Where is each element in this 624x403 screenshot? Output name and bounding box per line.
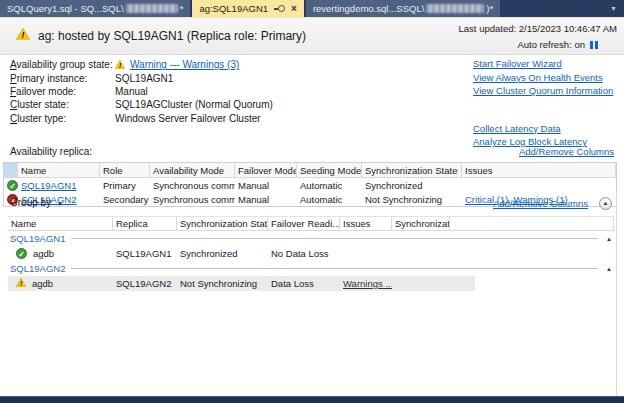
dashboard-panel: ag: hosted by SQL19AGN1 (Replica role: P…	[0, 18, 624, 396]
summary-row-primary: Primary instance: SQL19AGN1	[10, 71, 273, 84]
col-issues[interactable]: Issues	[462, 163, 616, 177]
tab-sqlquery1-label: SQLQuery1.sql - SQ...SQL\	[7, 3, 124, 14]
tab-sqlquery1[interactable]: SQLQuery1.sql - SQ...SQL\*	[0, 0, 190, 17]
ag-warning-icon	[16, 28, 30, 42]
pane-right-edge	[616, 194, 617, 396]
tab-ag-label: ag:SQL19AGN1	[199, 3, 268, 14]
summary-row-cluster-state: Cluster state: SQL19AGCluster (Normal Qu…	[10, 98, 273, 111]
db-sync-state: Synchronized	[177, 248, 268, 259]
status-bar	[0, 396, 624, 403]
col-sync-perf[interactable]: Synchronizatio...	[392, 217, 450, 230]
summary-row-failover: Failover mode: Manual	[10, 85, 273, 98]
group-divider	[71, 238, 598, 239]
db-sync-state: Not Synchronizing	[177, 278, 268, 289]
tab-sqlquery1-suffix: *	[180, 3, 184, 14]
col-seeding-mode[interactable]: Seeding Mode	[297, 163, 362, 177]
collect-latency-link[interactable]: Collect Latency Data	[473, 123, 561, 134]
db-replica: SQL19AGN1	[113, 248, 177, 259]
group-header-sql19agn2[interactable]: SQL19AGN2 ▲	[8, 261, 614, 276]
group-divider	[71, 268, 598, 269]
status-column-header[interactable]	[4, 163, 18, 177]
replica-row-sql19agn1[interactable]: ✓ SQL19AGN1 Primary Synchronous commit M…	[4, 178, 616, 192]
summary-row-cluster-type: Cluster type: Windows Server Failover Cl…	[10, 112, 273, 125]
col-failover-readiness[interactable]: Failover Readi...	[268, 217, 340, 230]
failover-mode-value: Manual	[115, 86, 148, 97]
view-quorum-info-link[interactable]: View Cluster Quorum Information	[473, 85, 613, 96]
replica-sync-state: Synchronized	[362, 180, 462, 191]
ag-state-label: Availability group state:	[10, 59, 115, 70]
auto-refresh-text: Auto refresh: on	[517, 39, 585, 50]
group-name: SQL19AGN1	[10, 233, 65, 244]
redacted-server-name	[126, 4, 178, 13]
replica-availability-mode: Synchronous commit	[150, 180, 235, 191]
add-remove-columns-link-databases[interactable]: Add/Remove Columns	[493, 198, 588, 209]
page-title: ag: hosted by SQL19AGN1 (Replica role: P…	[38, 29, 306, 43]
cluster-state-label: Cluster state:	[10, 99, 115, 110]
view-health-events-link[interactable]: View Always On Health Events	[473, 72, 603, 83]
status-ok-icon: ✓	[4, 180, 18, 191]
replica-name-link[interactable]: SQL19AGN1	[21, 180, 76, 191]
group-by-button[interactable]: Group by ▼	[10, 197, 63, 208]
group-by-toolbar: Group by ▼ Add/Remove Columns ▲	[10, 197, 614, 213]
group-by-label: Group by	[10, 197, 51, 208]
warnings-link[interactable]: Warning --- Warnings (3)	[130, 59, 239, 70]
replica-failover-mode: Manual	[235, 180, 297, 191]
col-name[interactable]: Name	[18, 163, 100, 177]
tab-revertingdemo-suffix: )*	[486, 3, 493, 14]
col-sync-state[interactable]: Synchronization State	[362, 163, 462, 177]
db-failover-readiness: Data Loss	[268, 278, 340, 289]
start-failover-wizard-link[interactable]: Start Failover Wizard	[473, 58, 562, 69]
replica-table-header: Name Role Availability Mode Failover Mod…	[4, 163, 616, 178]
db-replica: SQL19AGN2	[113, 278, 177, 289]
tab-ag-sql19agn1[interactable]: ag:SQL19AGN1 ×	[192, 0, 304, 17]
ssms-ag-dashboard-window: SQLQuery1.sql - SQ...SQL\* ag:SQL19AGN1 …	[0, 0, 624, 403]
db-name: agdb	[33, 248, 54, 259]
action-links: Start Failover Wizard View Always On Hea…	[473, 57, 621, 149]
database-table: Name Replica Synchronization State Failo…	[8, 216, 614, 291]
collapse-group-icon[interactable]: ▲	[606, 266, 612, 272]
col-sync-state[interactable]: Synchronization State	[177, 217, 268, 230]
database-row-agdb-agn1[interactable]: ✓ agdb SQL19AGN1 Synchronized No Data Lo…	[8, 246, 614, 261]
failover-mode-label: Failover mode:	[10, 86, 115, 97]
primary-instance-label: Primary instance:	[10, 73, 115, 84]
redacted-server-name-2	[426, 4, 484, 13]
document-tab-bar: SQLQuery1.sql - SQ...SQL\* ag:SQL19AGN1 …	[0, 0, 624, 18]
col-issues[interactable]: Issues	[340, 217, 392, 230]
col-name[interactable]: Name	[8, 217, 113, 230]
dashboard-header: ag: hosted by SQL19AGN1 (Replica role: P…	[0, 18, 624, 55]
db-warnings-link[interactable]: Warnings ...	[343, 278, 392, 289]
tab-revertingdemo-label: revertingdemo.sql...SSQL\	[313, 3, 424, 14]
database-row-agdb-agn2[interactable]: agdb SQL19AGN2 Not Synchronizing Data Lo…	[8, 276, 475, 291]
group-by-caret-icon: ▼	[57, 201, 63, 207]
add-remove-columns-link-replicas[interactable]: Add/Remove Columns	[519, 146, 614, 157]
ag-summary: Availability group state: Warning --- Wa…	[10, 58, 273, 125]
db-ok-icon: ✓	[16, 248, 27, 259]
replica-seeding-mode: Automatic	[297, 180, 362, 191]
pause-refresh-icon[interactable]	[590, 41, 598, 49]
close-icon[interactable]: ×	[291, 4, 297, 14]
group-name: SQL19AGN2	[10, 263, 65, 274]
replica-role: Primary	[100, 180, 150, 191]
db-failover-readiness: No Data Loss	[268, 248, 340, 259]
primary-instance-value: SQL19AGN1	[115, 73, 173, 84]
db-warning-icon	[16, 278, 26, 289]
collapse-panel-button[interactable]: ▲	[599, 197, 612, 210]
last-updated-text: Last updated: 2/15/2023 10:46:47 AM	[459, 23, 617, 34]
col-availability-mode[interactable]: Availability Mode	[150, 163, 235, 177]
col-replica[interactable]: Replica	[113, 217, 177, 230]
db-name: agdb	[32, 278, 53, 289]
summary-row-state: Availability group state: Warning --- Wa…	[10, 58, 273, 71]
cluster-type-label: Cluster type:	[10, 113, 115, 124]
tab-revertingdemo[interactable]: revertingdemo.sql...SSQL\)*	[306, 0, 500, 17]
group-header-sql19agn1[interactable]: SQL19AGN1 ▲	[8, 231, 614, 246]
cluster-type-value: Windows Server Failover Cluster	[115, 113, 261, 124]
database-table-header: Name Replica Synchronization State Failo…	[8, 216, 614, 231]
col-role[interactable]: Role	[100, 163, 150, 177]
state-warning-icon	[115, 60, 125, 71]
collapse-group-icon[interactable]: ▲	[606, 236, 612, 242]
col-failover-mode[interactable]: Failover Mode	[235, 163, 297, 177]
availability-replica-label: Availability replica:	[10, 146, 92, 157]
tab-list-dropdown-icon[interactable]: ▼	[610, 5, 617, 12]
cluster-state-value: SQL19AGCluster (Normal Quorum)	[115, 99, 273, 110]
pin-icon[interactable]	[274, 4, 285, 13]
